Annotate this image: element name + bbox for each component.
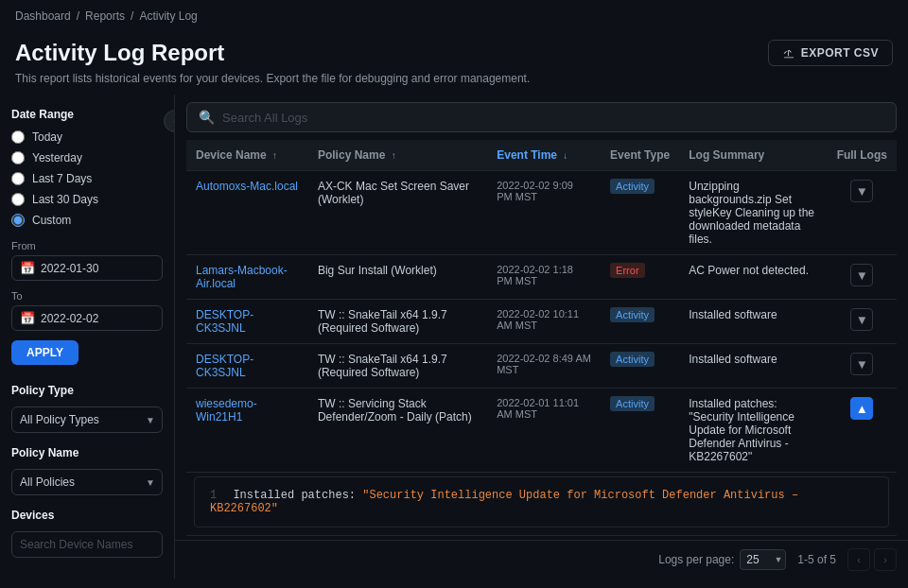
page-subtitle: This report lists historical events for …	[0, 70, 908, 95]
cell-event-type: Activity	[601, 171, 679, 255]
export-btn-label: EXPORT CSV	[801, 46, 879, 60]
detail-row: 1 Installed patches: "Security Intellige…	[186, 473, 897, 536]
activity-log-table: Device Name ↑ Policy Name ↑ Event Time ↓…	[186, 140, 897, 536]
to-date-input[interactable]	[41, 312, 154, 325]
radio-yesterday[interactable]: Yesterday	[11, 151, 163, 164]
table-row: wiesedemo-Win21H1 TW :: Servicing Stack …	[186, 389, 897, 473]
col-log-summary: Log Summary	[679, 140, 827, 171]
cell-event-type: Activity	[601, 300, 679, 344]
pagination-bar: Logs per page: 10 25 50 100 ▼ 1-5 of 5 ‹…	[175, 540, 908, 579]
prev-page-button[interactable]: ‹	[847, 548, 870, 571]
col-event-time[interactable]: Event Time ↓	[487, 140, 601, 171]
radio-last7-label: Last 7 Days	[32, 172, 92, 185]
date-range-radio-group: Today Yesterday Last 7 Days Last 30 Days…	[11, 130, 163, 227]
radio-custom-label: Custom	[32, 214, 71, 227]
to-date-wrapper: 📅	[11, 305, 163, 331]
breadcrumb-dashboard[interactable]: Dashboard	[15, 9, 71, 23]
date-range-label: Date Range	[11, 108, 163, 121]
radio-last30[interactable]: Last 30 Days	[11, 193, 163, 206]
radio-last7-input[interactable]	[11, 172, 25, 185]
device-link[interactable]: Automoxs-Mac.local	[196, 180, 298, 193]
radio-today-label: Today	[32, 130, 62, 144]
next-page-button[interactable]: ›	[874, 548, 897, 571]
search-bar-wrapper: 🔍	[175, 95, 908, 140]
from-date-input[interactable]	[41, 262, 154, 275]
cell-policy-name: TW :: SnakeTail x64 1.9.7 (Required Soft…	[308, 344, 487, 389]
detail-cell: 1 Installed patches: "Security Intellige…	[186, 473, 897, 536]
page-range: 1-5 of 5	[797, 553, 836, 566]
device-link[interactable]: DESKTOP-CK3SJNL	[196, 353, 253, 379]
table-row: DESKTOP-CK3SJNL TW :: SnakeTail x64 1.9.…	[186, 300, 897, 344]
device-link[interactable]: Lamars-Macbook-Air.local	[196, 264, 288, 290]
col-full-logs: Full Logs	[828, 140, 897, 171]
event-type-badge: Activity	[610, 396, 655, 411]
expand-button[interactable]: ▲	[850, 397, 873, 420]
breadcrumb-sep-1: /	[77, 9, 79, 23]
cell-full-logs: ▲	[828, 389, 897, 473]
export-icon	[782, 46, 795, 60]
policy-name-select[interactable]: All Policies AX-CK Mac Set Screen Saver …	[11, 469, 163, 495]
radio-last7[interactable]: Last 7 Days	[11, 172, 163, 185]
main-layout: ‹ Date Range Today Yesterday Last 7 Days…	[0, 95, 908, 579]
logs-per-page-label: Logs per page:	[658, 553, 734, 566]
devices-search-input[interactable]	[11, 531, 163, 558]
breadcrumb-current: Activity Log	[139, 9, 197, 23]
pagination-nav: ‹ ›	[847, 548, 897, 571]
device-link[interactable]: wiesedemo-Win21H1	[196, 397, 257, 424]
search-logs-input[interactable]	[222, 111, 884, 125]
cell-full-logs: ▼	[828, 300, 897, 344]
radio-custom[interactable]: Custom	[11, 214, 163, 227]
table-row: Automoxs-Mac.local AX-CK Mac Set Screen …	[186, 171, 897, 255]
page-header: Activity Log Report EXPORT CSV	[0, 32, 908, 70]
cell-log-summary: Installed patches: "Security Intelligenc…	[679, 389, 827, 473]
per-page-wrapper: Logs per page: 10 25 50 100 ▼	[658, 549, 786, 570]
from-label: From	[11, 240, 163, 251]
expand-button[interactable]: ▼	[850, 264, 873, 286]
per-page-select[interactable]: 10 25 50 100	[740, 549, 786, 570]
breadcrumb-reports[interactable]: Reports	[85, 9, 125, 23]
radio-custom-input[interactable]	[11, 214, 25, 227]
detail-content: 1 Installed patches: "Security Intellige…	[194, 476, 889, 527]
event-type-badge: Activity	[610, 179, 655, 194]
policy-name-label: Policy Name	[11, 446, 163, 459]
apply-button[interactable]: APPLY	[11, 340, 79, 365]
sidebar-toggle[interactable]: ‹	[164, 110, 175, 132]
cell-full-logs: ▼	[828, 344, 897, 389]
table-row: DESKTOP-CK3SJNL TW :: SnakeTail x64 1.9.…	[186, 344, 897, 389]
col-event-type: Event Type	[601, 140, 679, 171]
cell-log-summary: Installed software	[679, 344, 827, 389]
cell-event-type: Activity	[601, 344, 679, 389]
expand-button[interactable]: ▼	[850, 353, 873, 375]
line-number: 1	[210, 489, 217, 502]
cell-log-summary: Installed software	[679, 300, 827, 344]
event-type-badge: Error	[610, 263, 644, 278]
expand-button[interactable]: ▼	[850, 308, 873, 331]
cell-device-name: DESKTOP-CK3SJNL	[186, 344, 308, 389]
cell-full-logs: ▼	[828, 255, 897, 300]
col-policy-name[interactable]: Policy Name ↑	[308, 140, 487, 171]
radio-yesterday-input[interactable]	[11, 151, 25, 164]
policy-type-select-wrapper: All Policy Types Software Patch Security…	[11, 406, 163, 433]
radio-last30-input[interactable]	[11, 193, 25, 206]
col-device-name[interactable]: Device Name ↑	[186, 140, 308, 171]
cell-policy-name: AX-CK Mac Set Screen Saver (Worklet)	[308, 171, 487, 255]
policy-type-select[interactable]: All Policy Types Software Patch Security	[11, 406, 163, 433]
detail-text-prefix: Installed patches:	[233, 489, 362, 502]
policy-name-select-wrapper: All Policies AX-CK Mac Set Screen Saver …	[11, 469, 163, 495]
cell-full-logs: ▼	[828, 171, 897, 255]
export-csv-button[interactable]: EXPORT CSV	[768, 40, 893, 66]
event-type-badge: Activity	[610, 352, 655, 367]
breadcrumb: Dashboard / Reports / Activity Log	[0, 0, 908, 32]
search-icon: 🔍	[199, 110, 215, 125]
cell-log-summary: AC Power not detected.	[679, 255, 827, 300]
devices-label: Devices	[11, 509, 163, 522]
radio-today[interactable]: Today	[11, 130, 163, 144]
page-title: Activity Log Report	[15, 40, 224, 66]
cell-log-summary: Unzipping backgrounds.zip Set styleKey C…	[679, 171, 827, 255]
breadcrumb-sep-2: /	[131, 9, 133, 23]
radio-today-input[interactable]	[11, 130, 25, 144]
expand-button[interactable]: ▼	[850, 180, 873, 202]
devices-search-wrapper	[11, 531, 163, 558]
device-link[interactable]: DESKTOP-CK3SJNL	[196, 308, 253, 335]
cell-event-time: 2022-02-02 1:18 PM MST	[487, 255, 601, 300]
